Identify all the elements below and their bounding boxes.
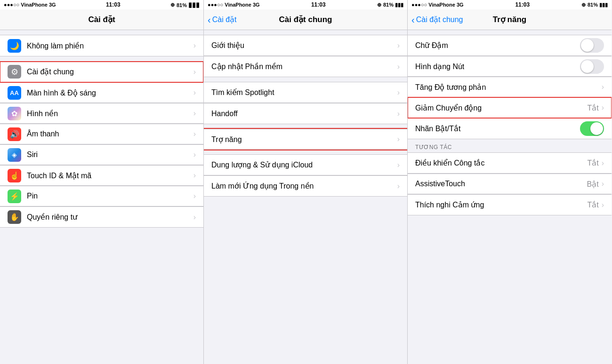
item-assistive-touch[interactable]: AssistiveTouch Bật ›: [408, 174, 612, 194]
item-label-accessibility: Trợ năng: [211, 135, 397, 144]
nav-title-1: Cài đặt: [88, 15, 115, 24]
chevron-reduce-motion: ›: [602, 103, 604, 112]
status-left-3: ●●●○○ VinaPhone 3G: [411, 2, 464, 8]
item-reduce-motion[interactable]: Giảm Chuyển động Tắt ›: [408, 97, 612, 118]
time-1: 11:03: [106, 1, 121, 8]
wallpaper-icon: ✿: [8, 107, 21, 120]
back-label-3: Cài đặt chung: [416, 15, 463, 24]
item-general[interactable]: ⚙ Cài đặt chung ›: [0, 62, 203, 82]
on-off-toggle[interactable]: [580, 121, 604, 136]
back-button-3[interactable]: ‹ Cài đặt chung: [411, 15, 463, 24]
nav-bar-1: Cài đặt: [0, 9, 203, 30]
signal-text-2: ●●●○○ VinaPhone 3G: [208, 2, 260, 8]
nav-title-3: Trợ năng: [493, 15, 526, 24]
bold-toggle-thumb: [581, 39, 594, 52]
item-label-about: Giới thiệu: [211, 41, 397, 50]
item-background-refresh[interactable]: Làm mới Ứng dụng Trong nền ›: [204, 175, 407, 196]
item-label-on-off: Nhãn Bật/Tắt: [415, 124, 580, 133]
on-off-toggle-thumb: [590, 122, 603, 135]
item-wallpaper[interactable]: ✿ Hình nền ›: [0, 103, 203, 124]
chevron-switch-ctrl: ›: [602, 159, 604, 167]
siri-icon: ◈: [8, 148, 21, 162]
touchid-icon: ☝: [8, 169, 21, 182]
item-privacy[interactable]: ✋ Quyền riêng tư ›: [0, 206, 203, 227]
item-software-update[interactable]: Cập nhật Phần mềm ›: [204, 56, 407, 77]
status-left-2: ●●●○○ VinaPhone 3G: [208, 2, 260, 8]
item-label-siri: Siri: [27, 150, 193, 159]
signal-text-3: ●●●○○ VinaPhone 3G: [411, 2, 464, 8]
nav-bar-2: ‹ Cài đặt Cài đặt chung: [204, 9, 407, 30]
item-sound[interactable]: 🔊 Âm thanh ›: [0, 124, 203, 144]
btn-shapes-toggle[interactable]: [580, 59, 604, 74]
item-bold-text[interactable]: Chữ Đậm: [408, 35, 612, 56]
chevron-spotlight: ›: [397, 88, 400, 97]
settings-list-2[interactable]: Giới thiệu › Cập nhật Phần mềm › Tìm kiế…: [204, 30, 407, 364]
item-label-general: Cài đặt chung: [27, 67, 193, 76]
panel-settings: ●●●○○ VinaPhone 3G 11:03 ⊕ 81% ▮▮▮ Cài đ…: [0, 0, 204, 364]
item-value-switch-ctrl: Tắt: [587, 158, 598, 167]
chevron-sound: ›: [193, 130, 196, 138]
chevron-siri: ›: [193, 150, 196, 159]
chevron-icloud: ›: [397, 161, 400, 169]
item-switch-control[interactable]: Điều khiển Công tắc Tắt ›: [408, 153, 612, 174]
nav-bar-3: ‹ Cài đặt chung Trợ năng: [408, 9, 612, 30]
item-handoff[interactable]: Handoff ›: [204, 103, 407, 124]
battery-icon-3: 81% ▮▮▮: [588, 2, 608, 8]
item-label-privacy: Quyền riêng tư: [27, 213, 193, 222]
item-label-display: Màn hình & Độ sáng: [27, 88, 193, 97]
item-about[interactable]: Giới thiệu ›: [204, 35, 407, 56]
item-spotlight[interactable]: Tìm kiếm Spotlight ›: [204, 82, 407, 103]
item-label-reduce-motion: Giảm Chuyển động: [415, 103, 587, 112]
item-display[interactable]: AA Màn hình & Độ sáng ›: [0, 82, 203, 103]
back-chevron-3: ‹: [411, 15, 415, 24]
section-header-tuong-tac: TƯƠNG TÁC: [408, 139, 612, 152]
item-do-not-disturb[interactable]: 🌙 Không làm phiền ›: [0, 35, 203, 56]
item-siri[interactable]: ◈ Siri ›: [0, 144, 203, 165]
item-touchid[interactable]: ☝ Touch ID & Mật mã ›: [0, 165, 203, 186]
item-icloud[interactable]: Dung lượng & Sử dụng iCloud ›: [204, 155, 407, 175]
item-value-touch-acc: Tắt: [587, 200, 598, 209]
chevron-handoff: ›: [397, 110, 400, 118]
chevron-dnd: ›: [193, 41, 196, 50]
chevron-assistive: ›: [602, 180, 604, 188]
chevron-touchid: ›: [193, 171, 196, 180]
item-label-bold: Chữ Đậm: [415, 41, 580, 50]
item-button-shapes[interactable]: Hình dạng Nút: [408, 56, 612, 77]
item-increase-contrast[interactable]: Tăng Độ tương phản ›: [408, 77, 612, 97]
settings-list-3[interactable]: Chữ Đậm Hình dạng Nút Tăng Độ tương phản…: [408, 30, 612, 364]
chevron-bg-refresh: ›: [397, 182, 400, 190]
item-label-assistive: AssistiveTouch: [415, 180, 587, 188]
status-bar-1: ●●●○○ VinaPhone 3G 11:03 ⊕ 81% ▮▮▮: [0, 0, 203, 9]
chevron-touch-acc: ›: [602, 201, 604, 209]
battery-item-icon: ⚡: [8, 190, 21, 203]
chevron-wallpaper: ›: [193, 109, 196, 118]
chevron-general: ›: [193, 68, 196, 76]
nav-title-2: Cài đặt chung: [279, 15, 332, 24]
bold-toggle[interactable]: [580, 38, 604, 53]
moon-icon: 🌙: [8, 39, 21, 53]
chevron-privacy: ›: [193, 213, 196, 222]
item-battery[interactable]: ⚡ Pin ›: [0, 186, 203, 206]
item-on-off-labels[interactable]: Nhãn Bật/Tắt: [408, 118, 612, 139]
btn-shapes-toggle-thumb: [581, 60, 594, 73]
battery-icon-1: 81% ▮▮▮: [177, 1, 200, 8]
item-touch-accommodations[interactable]: Thích nghi Cảm ứng Tắt ›: [408, 194, 612, 215]
aa-icon: AA: [8, 86, 21, 100]
chevron-accessibility: ›: [397, 135, 400, 143]
bluetooth-icon-3: ⊕: [581, 2, 586, 8]
chevron-battery: ›: [193, 192, 196, 200]
chevron-contrast: ›: [602, 83, 604, 91]
item-label-icloud: Dung lượng & Sử dụng iCloud: [211, 160, 397, 169]
settings-list-1[interactable]: 🌙 Không làm phiền › ⚙ Cài đặt chung › AA…: [0, 30, 203, 364]
item-value-assistive: Bật: [587, 180, 599, 189]
item-label-bg-refresh: Làm mới Ứng dụng Trong nền: [211, 182, 397, 190]
chevron-about: ›: [397, 41, 400, 50]
signal-text-1: ●●●○○ VinaPhone 3G: [4, 2, 56, 8]
item-label-battery: Pin: [27, 192, 193, 200]
panel-accessibility: ●●●○○ VinaPhone 3G 11:03 ⊕ 81% ▮▮▮ ‹ Cài…: [408, 0, 612, 364]
item-label-spotlight: Tìm kiếm Spotlight: [211, 88, 397, 97]
back-button-2[interactable]: ‹ Cài đặt: [208, 15, 236, 24]
back-label-2: Cài đặt: [212, 15, 237, 24]
item-accessibility[interactable]: Trợ năng ›: [204, 129, 407, 150]
bluetooth-icon-2: ⊕: [377, 2, 381, 8]
